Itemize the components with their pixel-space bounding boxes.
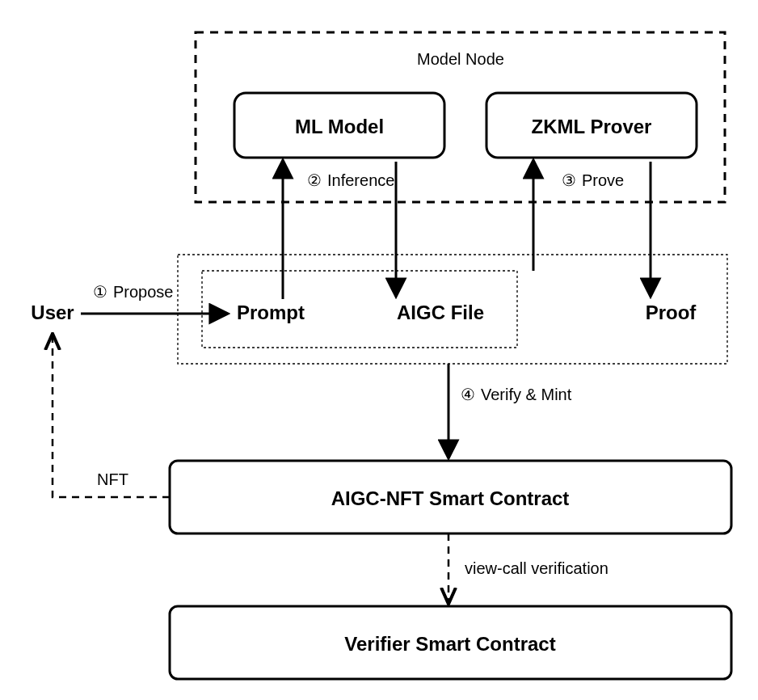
aigc-nft-contract-label: AIGC-NFT Smart Contract (331, 487, 570, 509)
verify-mint-num: ④ (461, 386, 475, 403)
prove-label: Prove (582, 171, 624, 189)
prompt-label: Prompt (237, 302, 305, 323)
proof-label: Proof (646, 302, 697, 323)
user-label: User (31, 302, 74, 323)
model-node-label: Model Node (417, 50, 504, 68)
ml-model-label: ML Model (295, 116, 384, 137)
architecture-diagram: Model Node ML Model ZKML Prover User Pro… (0, 0, 758, 700)
inference-label: Inference (327, 171, 394, 189)
prove-num: ③ (562, 171, 576, 189)
aigc-file-label: AIGC File (397, 302, 484, 323)
verify-mint-label: Verify & Mint (481, 386, 572, 403)
propose-num: ① (93, 283, 107, 301)
propose-label: Propose (113, 283, 174, 301)
inference-num: ② (307, 171, 322, 189)
verifier-contract-label: Verifier Smart Contract (344, 633, 555, 655)
view-call-label: view-call verification (465, 559, 609, 577)
zkml-prover-label: ZKML Prover (532, 116, 652, 137)
nft-label: NFT (97, 470, 128, 488)
